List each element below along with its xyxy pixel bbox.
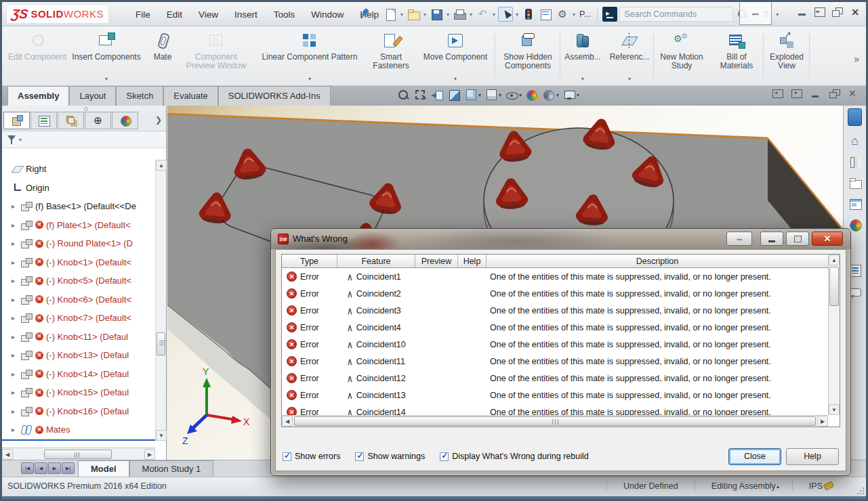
expand-arrow-icon[interactable]: ▸ (12, 314, 21, 322)
task-pane-tab[interactable] (844, 173, 866, 193)
previous-view-icon[interactable] (430, 88, 444, 102)
close-button[interactable]: Close (728, 448, 781, 465)
ribbon-button[interactable]: Exploded View ▾ (764, 26, 810, 85)
search-shortcut-icon[interactable] (602, 7, 617, 22)
expand-arrow-icon[interactable]: ▸ (12, 277, 21, 284)
scroll-down-icon[interactable]: ▼ (829, 404, 840, 415)
help-button[interactable]: Help (786, 448, 839, 465)
error-table-row[interactable]: ✕Error ∧Coincident13 One of the entities… (282, 387, 828, 404)
tree-item[interactable]: ▸ ✕ (-) Knob<1> (Default< (2, 253, 155, 272)
column-header-type[interactable]: Type (282, 255, 337, 267)
filter-funnel-icon[interactable] (6, 134, 17, 145)
panel-tab[interactable]: ⊕ (85, 112, 111, 129)
help-cell[interactable] (458, 319, 487, 336)
first-tab-icon[interactable]: |◀ (21, 462, 34, 474)
dock-button[interactable] (814, 7, 825, 17)
ribbon-button[interactable]: Smart Fasteners ▾ (367, 26, 415, 85)
expand-arrow-icon[interactable]: ▸ (12, 296, 21, 303)
select-cursor-icon[interactable] (498, 7, 513, 22)
next-tab-icon[interactable]: ▶ (48, 462, 61, 474)
task-pane-tab[interactable] (844, 152, 866, 172)
column-header-help[interactable]: Help (458, 255, 487, 267)
save-icon[interactable] (429, 7, 444, 22)
scroll-right-icon[interactable]: ▶ (144, 449, 155, 460)
chevron-down-icon[interactable]: ▾ (454, 74, 457, 83)
tree-item[interactable]: ▸ ✕ Origin (2, 179, 155, 198)
column-header-description[interactable]: Description (487, 255, 828, 267)
tree-item[interactable]: ▸ ✕ (-) Knob<7> (Default< (2, 309, 155, 328)
ribbon-button[interactable]: New Motion Study ▾ (654, 26, 709, 85)
zoom-fit-icon[interactable] (396, 88, 410, 102)
restore-button[interactable] (832, 7, 843, 17)
zoom-area-icon[interactable] (413, 88, 427, 102)
chevron-down-icon[interactable]: ▾ (776, 12, 779, 18)
error-table-row[interactable]: ✕Error ∧Coincident2 One of the entities … (282, 285, 828, 302)
ribbon-button[interactable]: Move Component ▾ (415, 26, 495, 85)
tree-item[interactable]: ▸ ✕ (-) Knob<14> (Defaul (2, 365, 155, 384)
scrollbar-thumb[interactable] (44, 450, 112, 459)
table-horizontal-scrollbar[interactable]: ◀ ▶ (282, 415, 828, 427)
chevron-down-icon[interactable]: ▾ (423, 12, 426, 18)
new-document-icon[interactable] (383, 7, 398, 22)
help-cell[interactable] (458, 302, 487, 319)
error-table-row[interactable]: ✕Error ∧Coincident10 One of the entities… (282, 336, 828, 353)
error-table-row[interactable]: ✕Error ∧Coincident1 One of the entities … (282, 268, 828, 285)
tree-item[interactable]: ▸ ✕ (-) Knob<16> (Defaul (2, 402, 155, 421)
expand-arrow-icon[interactable]: ▸ (12, 389, 21, 396)
scroll-left-icon[interactable]: ◀ (282, 416, 293, 427)
menu-item[interactable]: Tools (266, 7, 304, 22)
expand-arrow-icon[interactable]: ▸ (12, 240, 21, 247)
column-header-preview[interactable]: Preview (415, 255, 458, 267)
units-caret-icon[interactable]: ▴ (777, 483, 779, 489)
expand-arrow-icon[interactable]: ▸ (12, 259, 21, 266)
preview-cell[interactable] (415, 404, 458, 415)
preview-cell[interactable] (415, 336, 458, 353)
help-cell[interactable] (458, 268, 487, 285)
tree-horizontal-scrollbar[interactable]: ◀ ▶ (2, 448, 155, 460)
scroll-down-icon[interactable]: ▼ (156, 430, 167, 441)
ribbon-button[interactable]: Linear Component Pattern ▾ (253, 26, 367, 85)
checkbox-item[interactable]: ✓ Show errors (283, 452, 340, 461)
chevron-down-icon[interactable]: ▾ (577, 92, 579, 98)
doc-minimize-button[interactable] (810, 89, 821, 98)
chevron-down-icon[interactable]: ▾ (556, 92, 559, 98)
checkbox-item[interactable]: ✓ Show warnings (355, 452, 425, 461)
tree-item[interactable]: ▸ ✕ (-) Knob<13> (Defaul (2, 346, 155, 365)
settings-gear-icon[interactable]: ⚙ (555, 7, 570, 22)
expand-arrow-icon[interactable]: ▸ (12, 221, 21, 229)
rebuild-traffic-light-icon[interactable] (521, 7, 536, 22)
task-pane-tab[interactable] (844, 194, 866, 214)
view-settings-icon[interactable] (562, 88, 576, 102)
open-document-icon[interactable] (406, 7, 421, 22)
properties-button[interactable]: P... (578, 7, 592, 22)
tree-vertical-scrollbar[interactable]: ▲ ▼ (155, 160, 166, 441)
help-cell[interactable] (458, 336, 487, 353)
previous-tab-icon[interactable]: ◀ (35, 462, 47, 474)
chevron-down-icon[interactable]: ▾ (581, 74, 584, 83)
error-table-row[interactable]: ✕Error ∧Coincident14 One of the entities… (282, 404, 828, 415)
chevron-down-icon[interactable]: ▾ (447, 12, 449, 18)
last-tab-icon[interactable]: ▶| (62, 462, 75, 474)
edit-appearance-icon[interactable] (525, 88, 539, 102)
menu-item[interactable]: Window (303, 7, 352, 22)
help-cell[interactable] (458, 387, 487, 404)
ribbon-tab[interactable]: Assembly (7, 86, 69, 106)
ribbon-tab[interactable]: Evaluate (163, 86, 218, 106)
tree-item[interactable]: ▸ ✕ (-) Knob<11> (Defaul (2, 328, 155, 347)
resize-grip[interactable] (856, 486, 864, 494)
pin-icon[interactable] (360, 8, 371, 19)
apply-scene-icon[interactable] (542, 88, 556, 102)
preview-cell[interactable] (415, 353, 458, 370)
ribbon-button[interactable]: Mate ▾ (146, 26, 180, 85)
preview-cell[interactable] (415, 268, 458, 285)
dialog-close-icon[interactable]: ✕ (812, 232, 843, 246)
chevron-down-icon[interactable]: ▾ (516, 12, 518, 18)
chevron-down-icon[interactable]: ▾ (573, 12, 575, 18)
ribbon-tab[interactable]: Layout (69, 86, 116, 106)
ribbon-button[interactable]: Insert Components ▾ (67, 26, 146, 85)
ribbon-overflow-chevron[interactable]: » (854, 53, 859, 64)
scroll-left-icon[interactable]: ◀ (2, 449, 13, 460)
pane-right-icon[interactable] (791, 89, 802, 98)
task-pane-scroll-button[interactable] (848, 108, 862, 126)
tree-item[interactable]: ▸ ✕ Mates (2, 420, 155, 439)
